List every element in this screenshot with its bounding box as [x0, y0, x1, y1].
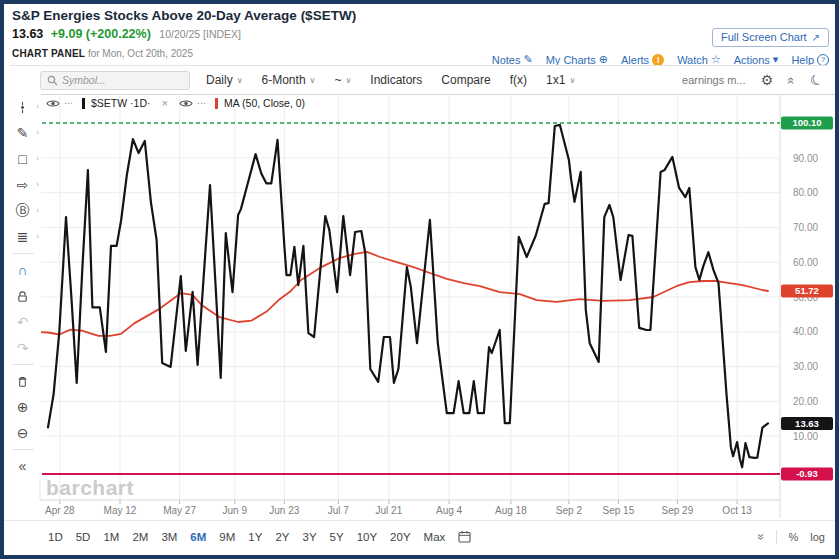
magnet-icon[interactable]: ∩ [4, 257, 41, 283]
link-alerts-label: Alerts [621, 54, 649, 66]
range-5d[interactable]: 5D [76, 531, 91, 543]
chart-panel-label: CHART PANEL [12, 48, 85, 59]
collapse-panel-icon[interactable]: « [4, 453, 41, 479]
toolbar-line-type[interactable]: ~∨ [334, 73, 351, 87]
caret-down-icon: ∨ [310, 76, 316, 85]
link-watch-label: Watch [677, 54, 708, 66]
percent-scale-toggle[interactable]: % [789, 531, 799, 543]
series-menu-icon[interactable]: ⋯ [197, 98, 207, 108]
last-price: 13.63 [12, 27, 43, 41]
range-5y[interactable]: 5Y [330, 531, 344, 543]
submenu-chevron-icon: › [36, 154, 39, 163]
toolbar-grid-layout-label: 1x1 [546, 73, 565, 87]
link-help[interactable]: Help? [791, 54, 829, 66]
link-actions-label: Actions [734, 54, 770, 66]
link-help-label: Help [791, 54, 814, 66]
chart-plot-area[interactable] [42, 94, 780, 500]
zoom-in-icon[interactable]: ⊕ [4, 394, 41, 420]
submenu-chevron-icon: › [36, 206, 39, 215]
toolbar-grid-layout[interactable]: 1x1∨ [546, 73, 575, 87]
range-10y[interactable]: 10Y [357, 531, 377, 543]
toolbar-range[interactable]: 6-Month∨ [262, 73, 316, 87]
toolbar-fx[interactable]: f(x) [510, 73, 527, 87]
arrow-icon[interactable]: ⇨› [4, 172, 41, 198]
series-menu-icon[interactable]: ⋯ [64, 98, 74, 108]
toolbar-frequency[interactable]: Daily∨ [206, 73, 243, 87]
visibility-eye-icon[interactable] [179, 99, 193, 108]
range-9m[interactable]: 9M [219, 531, 235, 543]
toolbar-separator [12, 449, 34, 450]
link-notes-label: Notes [492, 54, 521, 66]
range-2m[interactable]: 2M [132, 531, 148, 543]
toolbar-separator [12, 364, 34, 365]
lock-icon[interactable] [4, 283, 41, 309]
shapes-icon[interactable]: □› [4, 146, 41, 172]
full-screen-chart-button[interactable]: Full Screen Chart↗ [712, 28, 829, 47]
range-max[interactable]: Max [424, 531, 446, 543]
dark-mode-icon[interactable]: ☾ [808, 70, 826, 90]
cursor-icon[interactable]: › [4, 94, 41, 120]
visibility-eye-icon[interactable] [46, 99, 60, 108]
caret-down-icon: ∨ [569, 76, 575, 85]
chart-panel-row: CHART PANEL for Mon, Oct 20th, 2025 [12, 48, 193, 59]
date-axis[interactable] [42, 500, 780, 520]
symbol-input[interactable]: Symbol... [40, 71, 190, 90]
range-6m[interactable]: 6M [190, 531, 206, 543]
full-screen-chart-label: Full Screen Chart [721, 31, 807, 43]
brush-icon[interactable]: Ⓑ› [4, 198, 41, 224]
zoom-out-icon[interactable]: ⊖ [4, 420, 41, 446]
toolbar-line-type-label: ~ [334, 73, 341, 87]
range-3m[interactable]: 3M [161, 531, 177, 543]
axis-toggles: « % log [757, 530, 825, 544]
collapse-down-icon[interactable]: « [753, 533, 767, 540]
toolbar-separator [12, 253, 34, 254]
price-axis[interactable] [780, 94, 835, 500]
range-buttons: 1D5D1M2M3M6M9M1Y2Y3Y5Y10Y20YMax [48, 531, 445, 543]
toolbar-indicators[interactable]: Indicators [370, 73, 422, 87]
series-1-label[interactable]: $SETW ·1D· [91, 97, 151, 109]
toolbar-compare-label: Compare [441, 73, 490, 87]
collapse-up-icon[interactable]: « [784, 76, 799, 83]
toolbar-range-label: 6-Month [262, 73, 306, 87]
settings-icon[interactable]: ≣› [4, 224, 41, 250]
submenu-chevron-icon: › [36, 102, 39, 111]
calendar-icon[interactable] [458, 530, 471, 543]
toolbar-indicators-label: Indicators [370, 73, 422, 87]
drawing-toolbar: ›✎›□›⇨›Ⓑ›≣›∩↶↷⊕⊖« [4, 94, 41, 479]
help-circle-icon: ? [817, 54, 829, 66]
link-my-charts-label: My Charts [546, 54, 596, 66]
chart-panel-page: S&P Energies Stocks Above 20-Day Average… [0, 0, 839, 559]
submenu-chevron-icon: › [36, 180, 39, 189]
remove-series-icon[interactable]: × [162, 97, 168, 109]
range-20y[interactable]: 20Y [390, 531, 410, 543]
trendline-tools-icon[interactable]: ✎› [4, 120, 41, 146]
series-2-label[interactable]: MA (50, Close, 0) [224, 97, 305, 109]
range-1d[interactable]: 1D [48, 531, 63, 543]
chart-panel-date: for Mon, Oct 20th, 2025 [88, 48, 193, 59]
earnings-mode-label[interactable]: earnings m... [682, 74, 746, 86]
toolbar-compare[interactable]: Compare [441, 73, 490, 87]
series-color-bar [215, 98, 218, 109]
range-1m[interactable]: 1M [103, 531, 119, 543]
search-icon [47, 75, 58, 86]
separator [776, 530, 777, 544]
series-color-bar [82, 98, 85, 109]
link-alerts[interactable]: Alerts! [621, 54, 664, 66]
range-3y[interactable]: 3Y [302, 531, 316, 543]
gear-icon[interactable]: ⚙ [761, 72, 774, 88]
page-title: S&P Energies Stocks Above 20-Day Average… [12, 8, 356, 23]
price-row: 13.63 +9.09 (+200.22%) 10/20/25 [INDEX] [12, 27, 241, 41]
range-1y[interactable]: 1Y [248, 531, 262, 543]
chart-toolbar: Symbol... Daily∨6-Month∨~∨IndicatorsComp… [4, 66, 835, 95]
trash-icon[interactable] [4, 368, 41, 394]
price-date: 10/20/25 [INDEX] [159, 28, 241, 40]
chart-legend: ⋯ $SETW ·1D· × ⋯ MA (50, Close, 0) [46, 97, 305, 109]
undo-icon: ↶ [4, 309, 41, 335]
range-2y[interactable]: 2Y [275, 531, 289, 543]
caret-down-icon: ∨ [237, 76, 243, 85]
submenu-chevron-icon: › [36, 232, 39, 241]
caret-down-icon: ∨ [345, 76, 351, 85]
log-scale-toggle[interactable]: log [810, 531, 825, 543]
alert-badge-icon: ! [652, 54, 664, 66]
toolbar-fx-label: f(x) [510, 73, 527, 87]
